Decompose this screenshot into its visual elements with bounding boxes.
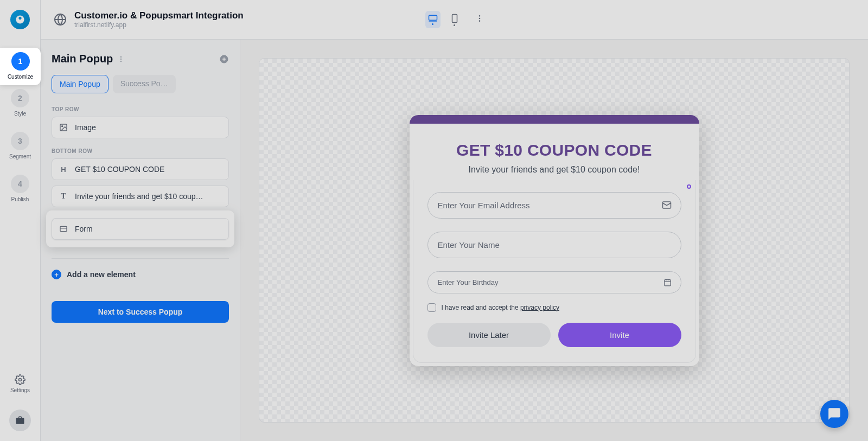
desktop-icon <box>428 14 438 22</box>
settings-label: Settings <box>10 387 30 393</box>
device-mobile-button[interactable] <box>447 11 462 28</box>
svg-point-14 <box>62 126 63 127</box>
plus-icon: + <box>52 270 61 279</box>
step-segment[interactable]: 3 Segment <box>3 132 37 159</box>
step-number: 2 <box>11 89 29 107</box>
page-subtitle: trialfirst.netlify.app <box>74 21 244 29</box>
globe-icon <box>54 13 67 26</box>
kebab-icon[interactable] <box>117 55 125 63</box>
form-highlight-card: Form <box>46 210 234 247</box>
heading-icon: H <box>59 164 68 174</box>
page-title: Customer.io & Popupsmart Integration <box>74 10 244 21</box>
briefcase-icon <box>15 416 25 425</box>
popup-preview: GET $10 COUPON CODE Invite your friends … <box>410 115 699 366</box>
step-style[interactable]: 2 Style <box>3 89 37 117</box>
svg-rect-15 <box>60 226 67 231</box>
canvas: GET $10 COUPON CODE Invite your friends … <box>240 40 868 441</box>
step-publish[interactable]: 4 Publish <box>3 175 37 202</box>
workspace-button[interactable] <box>9 410 31 431</box>
popup-subhead[interactable]: Invite your friends and get $10 coupon c… <box>436 165 673 175</box>
svg-point-0 <box>18 379 21 381</box>
step-customize-card: 1 Customize <box>0 48 41 85</box>
svg-point-10 <box>120 58 122 59</box>
privacy-link[interactable]: privacy policy <box>520 304 559 311</box>
form-icon <box>59 224 68 234</box>
element-heading[interactable]: H GET $10 COUPON CODE <box>52 158 229 180</box>
popup-headline[interactable]: GET $10 COUPON CODE <box>436 141 673 159</box>
consent-text: I have read and accept the privacy polic… <box>442 304 559 311</box>
svg-rect-3 <box>429 15 437 20</box>
image-icon <box>59 123 68 132</box>
svg-point-9 <box>120 56 122 57</box>
popup-form[interactable]: I have read and accept the privacy polic… <box>413 180 696 363</box>
svg-point-11 <box>120 60 122 61</box>
mobile-icon <box>451 14 458 23</box>
element-label: Invite your friends and get $10 coup… <box>75 192 203 201</box>
element-image[interactable]: Image <box>52 117 229 138</box>
name-field[interactable] <box>427 232 681 258</box>
element-label: GET $10 COUPON CODE <box>75 165 164 174</box>
element-label: Image <box>75 123 96 132</box>
text-icon: T <box>59 191 68 201</box>
step-customize[interactable]: 1 Customize <box>3 52 38 80</box>
tab-main-popup[interactable]: Main Popup <box>52 75 108 93</box>
consent-row[interactable]: I have read and accept the privacy polic… <box>427 303 681 312</box>
logo-icon <box>15 15 25 24</box>
add-popup-button[interactable] <box>219 54 229 64</box>
email-icon <box>662 200 672 212</box>
divider <box>52 258 229 259</box>
app-logo[interactable] <box>10 10 30 29</box>
add-element-button[interactable]: + Add a new element <box>52 270 229 279</box>
step-label: Style <box>14 111 26 117</box>
section-label-top: TOP ROW <box>52 106 229 112</box>
tab-success-popup[interactable]: Success Po… <box>113 75 176 93</box>
selection-indicator-icon <box>687 184 691 189</box>
panel-title: Main Popup <box>52 53 125 65</box>
chat-widget-button[interactable] <box>820 400 848 428</box>
next-button[interactable]: Next to Success Popup <box>52 301 229 323</box>
section-label-bottom: BOTTOM ROW <box>52 148 229 154</box>
calendar-icon <box>663 278 672 289</box>
svg-point-7 <box>478 18 480 20</box>
svg-rect-18 <box>664 279 670 285</box>
birthday-field[interactable] <box>427 271 681 293</box>
popup-top-bar <box>410 115 699 124</box>
gear-icon <box>15 374 25 385</box>
device-desktop-button[interactable] <box>425 11 441 28</box>
canvas-frame: GET $10 COUPON CODE Invite your friends … <box>259 58 850 423</box>
add-element-label: Add a new element <box>67 270 136 279</box>
chat-icon <box>827 407 841 421</box>
step-number: 4 <box>11 175 29 193</box>
element-text[interactable]: T Invite your friends and get $10 coup… <box>52 186 229 207</box>
step-label: Publish <box>11 196 29 202</box>
invite-button[interactable]: Invite <box>558 323 681 347</box>
step-label: Customize <box>8 74 33 80</box>
svg-point-6 <box>478 15 480 17</box>
invite-later-button[interactable]: Invite Later <box>427 323 551 347</box>
kebab-icon <box>475 14 484 23</box>
email-field[interactable] <box>427 192 681 219</box>
header-menu-button[interactable] <box>475 14 484 25</box>
element-form[interactable]: Form <box>52 218 229 240</box>
svg-point-8 <box>478 20 480 22</box>
svg-rect-5 <box>452 14 457 22</box>
step-number: 3 <box>11 132 29 150</box>
consent-checkbox[interactable] <box>427 303 436 312</box>
step-number: 1 <box>11 52 30 71</box>
header: Customer.io & Popupsmart Integration tri… <box>41 0 868 40</box>
element-label: Form <box>75 225 93 233</box>
settings-button[interactable]: Settings <box>10 374 30 393</box>
editor-panel: Main Popup Main Popup Success Po… TOP RO… <box>41 40 240 441</box>
step-label: Segment <box>9 154 31 159</box>
